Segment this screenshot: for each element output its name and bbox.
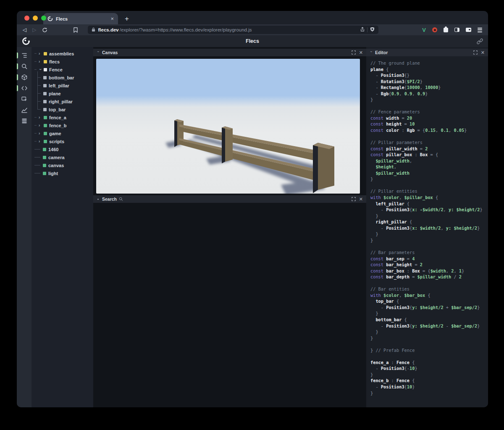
- code-line[interactable]: - Rgb{0.9, 0.9, 0.9}: [370, 91, 488, 97]
- code-editor[interactable]: // The ground planeplane { - Position3{}…: [366, 56, 488, 407]
- tree-item-game[interactable]: ›game: [32, 129, 93, 137]
- browser-tab[interactable]: Flecs ×: [43, 13, 118, 24]
- code-line[interactable]: [370, 134, 488, 140]
- wallet-icon[interactable]: [466, 28, 471, 32]
- fullscreen-icon[interactable]: [352, 50, 356, 55]
- code-line[interactable]: const bar_box : Box = {$width, 2, 1}: [370, 268, 488, 274]
- tree-item-bottom_bar[interactable]: bottom_bar: [32, 73, 93, 81]
- tree-item-camera[interactable]: camera: [32, 153, 93, 161]
- sidebar-outline-icon[interactable]: [17, 50, 32, 61]
- tree-item-Fence[interactable]: ›Fence: [32, 66, 93, 73]
- code-line[interactable]: }: [370, 213, 488, 219]
- code-line[interactable]: plane {: [370, 66, 488, 73]
- code-line[interactable]: const bar_height = 2: [370, 262, 488, 268]
- code-line[interactable]: // Bar entities: [370, 286, 488, 292]
- tree-item-flecs[interactable]: ›flecs: [32, 58, 93, 66]
- sidebar-memory-icon[interactable]: [17, 115, 32, 126]
- fullscreen-icon[interactable]: [473, 50, 478, 55]
- code-line[interactable]: $pillar_width,: [370, 158, 488, 164]
- code-line[interactable]: [370, 280, 488, 286]
- extension-red-icon[interactable]: [432, 27, 437, 32]
- tree-item-plane[interactable]: plane: [32, 89, 93, 97]
- code-line[interactable]: right_pillar {: [370, 219, 488, 225]
- back-button[interactable]: ◁: [23, 27, 26, 33]
- editor-panel-header[interactable]: › Editor ✕: [366, 49, 488, 56]
- code-line[interactable]: const bar_depth = $pillar_width / 2: [370, 274, 488, 280]
- code-line[interactable]: $height,: [370, 164, 488, 170]
- chevron-down-icon[interactable]: ›: [96, 51, 100, 54]
- code-line[interactable]: - Position3{}: [370, 72, 488, 79]
- sidebar-chart-icon[interactable]: [17, 105, 32, 115]
- code-line[interactable]: // Pillar entities: [370, 188, 488, 194]
- reload-button[interactable]: [42, 27, 47, 33]
- tree-item-fence_b[interactable]: ›fence_b: [32, 121, 93, 129]
- code-line[interactable]: }: [370, 335, 488, 341]
- code-line[interactable]: - Position3{10}: [370, 384, 488, 390]
- share-icon[interactable]: [360, 27, 365, 33]
- tab-close-icon[interactable]: ×: [110, 16, 114, 21]
- code-line[interactable]: - Rotation3{$PI/2}: [370, 79, 488, 85]
- code-line[interactable]: - Position3{x: $width/2, y: $height/2}: [370, 225, 488, 231]
- code-line[interactable]: [370, 182, 488, 189]
- tree-item-right_pillar[interactable]: right_pillar: [32, 97, 93, 105]
- tree-item-left_pillar[interactable]: left_pillar: [32, 81, 93, 89]
- code-line[interactable]: }: [370, 310, 488, 317]
- sidebar-inspect-icon[interactable]: [17, 94, 32, 105]
- tree-item-light[interactable]: light: [32, 169, 93, 177]
- code-line[interactable]: [370, 243, 488, 249]
- code-line[interactable]: fence_b : Fence {: [370, 378, 488, 384]
- canvas-3d-viewport[interactable]: [96, 59, 360, 194]
- close-icon[interactable]: ✕: [359, 197, 363, 202]
- code-line[interactable]: fence_a : Fence {: [370, 359, 488, 366]
- url-bar[interactable]: flecs.dev/explorer/?wasm=https://www.fle…: [88, 26, 378, 34]
- new-tab-button[interactable]: +: [125, 15, 129, 22]
- code-line[interactable]: // The ground plane: [370, 60, 488, 66]
- close-icon[interactable]: ✕: [359, 50, 363, 55]
- code-line[interactable]: }: [370, 372, 488, 378]
- tree-item-1460[interactable]: 1460: [32, 145, 93, 153]
- code-line[interactable]: $pillar_width: [370, 170, 488, 176]
- code-line[interactable]: const pillar_box : Box = {: [370, 152, 488, 158]
- chevron-right-icon[interactable]: ›: [39, 52, 42, 56]
- chevron-right-icon[interactable]: ›: [39, 131, 42, 136]
- chevron-right-icon[interactable]: ›: [39, 115, 42, 120]
- minimize-window-button[interactable]: [33, 16, 38, 21]
- sidebar-cube-icon[interactable]: [17, 72, 32, 83]
- code-line[interactable]: const pillar_width = 2: [370, 146, 488, 152]
- close-icon[interactable]: ✕: [481, 50, 485, 55]
- code-line[interactable]: }: [370, 390, 488, 396]
- sidebar-search-icon[interactable]: [17, 61, 32, 72]
- code-line[interactable]: [370, 103, 488, 109]
- tree-item-assemblies[interactable]: ›assemblies: [32, 50, 93, 58]
- collapsed-bullet-icon[interactable]: [97, 199, 99, 200]
- code-line[interactable]: left_pillar {: [370, 201, 488, 207]
- code-line[interactable]: with $color, $bar_box {: [370, 292, 488, 299]
- chevron-down-icon[interactable]: ›: [38, 68, 42, 71]
- code-line[interactable]: const color : Rgb = {0.15, 0.1, 0.05}: [370, 127, 488, 134]
- code-line[interactable]: [370, 353, 488, 359]
- code-line[interactable]: [370, 341, 488, 347]
- code-line[interactable]: // Fence parameters: [370, 109, 488, 115]
- search-panel-body[interactable]: [93, 203, 366, 407]
- chevron-right-icon[interactable]: ›: [39, 123, 42, 128]
- code-line[interactable]: const width = 20: [370, 115, 488, 121]
- code-line[interactable]: top_bar {: [370, 298, 488, 304]
- menu-icon[interactable]: [478, 28, 482, 32]
- sidebar-toggle-icon[interactable]: [454, 28, 459, 32]
- code-line[interactable]: - Position3{x: -$width/2, y: $height/2}: [370, 207, 488, 213]
- sidebar-code-icon[interactable]: [17, 83, 32, 94]
- search-panel-header[interactable]: Search ✕: [93, 195, 366, 203]
- flecs-logo-icon[interactable]: [22, 37, 30, 45]
- code-line[interactable]: }: [370, 231, 488, 237]
- chevron-right-icon[interactable]: ›: [39, 60, 42, 64]
- code-line[interactable]: const bar_sep = 4: [370, 256, 488, 262]
- tree-item-canvas[interactable]: canvas: [32, 161, 93, 169]
- code-line[interactable]: with $color, $pillar_box {: [370, 194, 488, 201]
- code-line[interactable]: // Pillar parameters: [370, 139, 488, 146]
- code-line[interactable]: }: [370, 176, 488, 182]
- fullscreen-icon[interactable]: [352, 197, 356, 201]
- code-line[interactable]: - Position3{y: $height/2 + $bar_sep/2}: [370, 304, 488, 311]
- bookmark-icon[interactable]: [74, 27, 78, 33]
- code-line[interactable]: }: [370, 237, 488, 244]
- zoom-window-button[interactable]: [41, 16, 46, 21]
